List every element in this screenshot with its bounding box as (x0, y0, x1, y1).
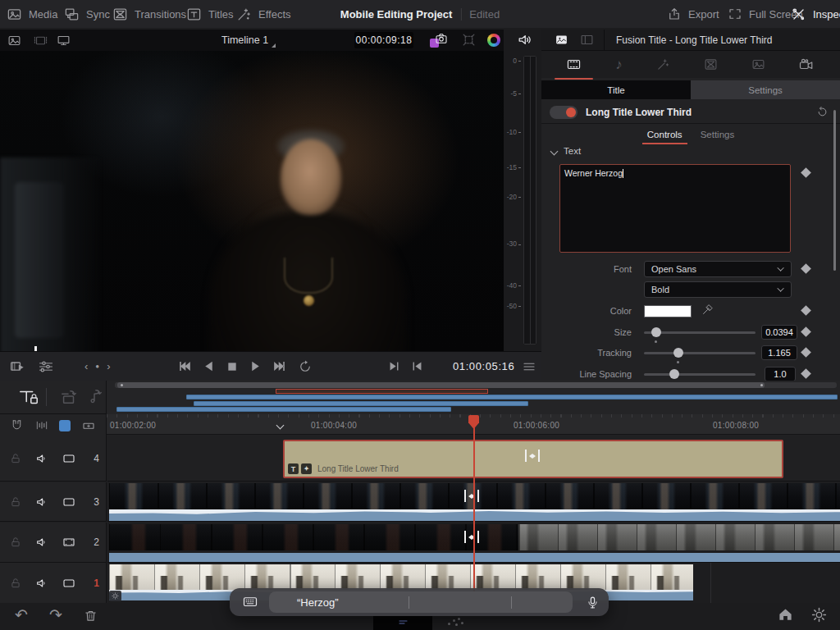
segment-settings[interactable]: Settings (691, 80, 840, 99)
microphone-button[interactable] (586, 595, 600, 610)
text-section-header[interactable]: Text (551, 146, 581, 156)
size-slider[interactable] (644, 331, 756, 334)
skip-to-start-button[interactable] (177, 358, 193, 374)
subtab-controls[interactable]: Controls (647, 130, 682, 139)
color-wheel-icon[interactable] (487, 34, 500, 47)
insert-clip-icon[interactable] (59, 388, 79, 406)
playhead-line[interactable] (473, 426, 475, 603)
viewer-media-icon[interactable] (7, 34, 21, 48)
lock-icon[interactable] (10, 453, 21, 464)
page-tab-edit[interactable] (373, 615, 432, 630)
undo-button[interactable]: ↶ (15, 605, 28, 625)
media-button[interactable]: Media (7, 7, 57, 22)
timeline-options-menu[interactable] (522, 359, 536, 374)
clip-settings-badge[interactable] (109, 591, 121, 601)
jog-control[interactable]: ‹ ● › (84, 360, 111, 372)
segment-title[interactable]: Title (541, 80, 691, 99)
tab-camera3d[interactable] (790, 52, 823, 77)
keyframe-diamond-size[interactable] (801, 326, 811, 337)
viewer-multiview-icon[interactable] (57, 34, 71, 48)
timeline-selector[interactable]: Timeline 1 (221, 34, 268, 46)
tracking-value[interactable]: 1.165 (761, 345, 797, 360)
tab-video[interactable] (558, 52, 590, 76)
font-dropdown[interactable]: Open Sans (644, 261, 792, 277)
lock-icon[interactable] (10, 496, 21, 508)
play-button[interactable] (249, 359, 262, 373)
dual-panel-icon[interactable] (580, 33, 594, 47)
redo-button[interactable]: ↷ (49, 605, 62, 625)
export-button[interactable]: Export (667, 7, 719, 21)
tab-effects[interactable] (648, 52, 678, 76)
playback-settings-icon[interactable] (38, 358, 54, 375)
video-clip[interactable] (109, 564, 693, 590)
overview-scrollbar[interactable] (115, 382, 837, 388)
mute-speaker-icon[interactable] (35, 536, 48, 549)
keyframe-diamond-line-spacing[interactable] (801, 368, 811, 379)
line-spacing-slider[interactable] (644, 373, 756, 376)
audio-scrub-icon[interactable] (34, 418, 49, 432)
dictation-field[interactable]: “Herzog” (269, 591, 573, 613)
snapping-magnet-icon[interactable] (10, 418, 24, 432)
add-track-icon[interactable] (81, 419, 96, 432)
lock-icon[interactable] (10, 578, 21, 589)
clip-play-icon[interactable] (10, 358, 26, 375)
subtab-settings[interactable]: Settings (701, 130, 735, 139)
mute-speaker-icon[interactable] (35, 452, 48, 465)
font-weight-dropdown[interactable]: Bold (644, 281, 792, 298)
viewer-clip-icon[interactable] (34, 34, 48, 48)
mute-speaker-icon[interactable] (35, 577, 48, 590)
speaker-icon[interactable] (517, 32, 532, 48)
home-button[interactable] (778, 607, 793, 623)
tab-transition[interactable] (696, 52, 726, 76)
keyframe-diamond-text[interactable] (801, 167, 811, 178)
previous-edit-button[interactable] (410, 359, 424, 373)
settings-gear-button[interactable] (811, 607, 827, 623)
keyframe-diamond-tracking[interactable] (801, 347, 811, 358)
loop-button[interactable] (298, 359, 313, 374)
eyedropper-icon[interactable] (701, 304, 714, 316)
effect-enable-toggle[interactable] (550, 106, 578, 119)
play-reverse-button[interactable] (202, 359, 216, 373)
next-edit-button[interactable] (387, 359, 401, 373)
transitions-button[interactable]: Transitions (112, 7, 186, 22)
keyboard-icon[interactable] (241, 595, 259, 609)
video-enable-icon[interactable] (62, 495, 75, 509)
tab-audio[interactable]: ♪ (607, 52, 631, 78)
color-swatch[interactable] (644, 305, 692, 317)
video-enable-icon[interactable] (62, 452, 75, 465)
line-spacing-slider-thumb[interactable] (669, 369, 679, 379)
lock-icon[interactable] (10, 536, 21, 548)
more-pages-icon[interactable] (448, 618, 464, 626)
trim-marker-icon[interactable] (464, 531, 479, 543)
flag-marker-icon[interactable] (59, 420, 71, 431)
overview-scrollbar-thumb[interactable] (117, 382, 765, 388)
video-enable-icon[interactable] (62, 577, 75, 590)
tab-image[interactable] (743, 52, 774, 76)
reset-icon[interactable] (816, 106, 829, 118)
sync-button[interactable]: Sync (64, 7, 110, 22)
insert-audio-icon[interactable] (84, 388, 104, 406)
keyframe-diamond-font[interactable] (801, 263, 811, 274)
video-clip[interactable] (109, 524, 518, 550)
trim-marker-icon[interactable] (464, 490, 479, 502)
line-spacing-value[interactable]: 1.0 (765, 367, 796, 381)
film-enable-icon[interactable] (62, 536, 75, 549)
trash-button[interactable] (84, 609, 98, 623)
title-clip[interactable]: T ✦ Long Title Lower Third (283, 440, 783, 478)
size-slider-thumb[interactable] (651, 327, 661, 337)
effects-button[interactable]: Effects (236, 7, 291, 22)
tracking-slider[interactable] (644, 352, 756, 354)
keyframe-diamond-color[interactable] (801, 305, 811, 316)
tracking-slider-thumb[interactable] (673, 348, 683, 358)
transform-icon[interactable] (462, 33, 476, 47)
ruler-chevron-icon[interactable] (276, 422, 285, 430)
mute-speaker-icon[interactable] (35, 495, 48, 509)
title-text-input[interactable]: Werner Herzog (559, 164, 791, 253)
titles-button[interactable]: Titles (186, 7, 234, 22)
clip-info-icon[interactable] (555, 33, 568, 47)
stop-button[interactable] (226, 360, 239, 373)
audio-clip[interactable] (109, 553, 840, 562)
trim-tool-icon[interactable] (18, 387, 39, 407)
trim-marker-icon[interactable] (525, 450, 540, 462)
audio-clip[interactable] (109, 509, 840, 521)
